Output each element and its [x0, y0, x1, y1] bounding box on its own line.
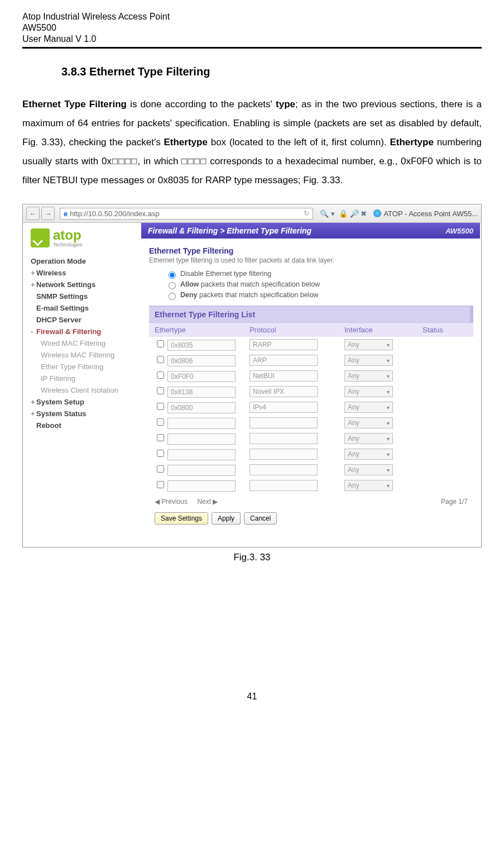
ethertype-input[interactable]	[167, 449, 236, 460]
protocol-input[interactable]	[249, 464, 318, 475]
sidebar-item-wired-mac[interactable]: Wired MAC Filtering	[31, 337, 137, 349]
panel-title: Ethernet Type Filtering	[149, 246, 473, 255]
interface-select[interactable]: Any▾	[344, 339, 393, 350]
browser-toolbar: ← → e http://10.0.50.200/index.asp ↻ 🔍 ▾…	[23, 204, 481, 223]
ethertype-input[interactable]	[167, 480, 236, 492]
row-checkbox[interactable]	[157, 387, 164, 394]
protocol-input[interactable]	[249, 355, 318, 366]
table-row: Any▾	[149, 431, 473, 446]
protocol-input[interactable]	[249, 339, 318, 350]
sidebar-item-firewall[interactable]: -Firewall & Filtering	[31, 326, 137, 337]
collapse-icon: -	[31, 327, 36, 336]
address-bar[interactable]: e http://10.0.50.200/index.asp ↻	[60, 208, 313, 220]
sidebar-item-wireless-mac[interactable]: Wireless MAC Filtering	[31, 349, 137, 361]
browser-tab[interactable]: ATOP - Access Point AW55...	[373, 209, 478, 218]
sidebar-item-email[interactable]: E-mail Settings	[31, 302, 137, 314]
sidebar-item-operation-mode[interactable]: Operation Mode	[31, 255, 137, 267]
interface-select[interactable]: Any▾	[344, 480, 393, 491]
row-checkbox[interactable]	[157, 418, 164, 426]
term-ethernet-type-filtering: Ethernet Type Filtering	[22, 99, 127, 109]
hdr-line2: AW5500	[22, 22, 170, 34]
term-ethertype-1: Ethertype	[164, 137, 207, 147]
table-header-row: Ethertype Protocol Interface Status	[149, 323, 473, 337]
sidebar-item-dhcp[interactable]: DHCP Server	[31, 314, 137, 326]
body-text: box (located to the left of it, first co…	[208, 137, 390, 147]
interface-select[interactable]: Any▾	[344, 402, 393, 413]
row-checkbox[interactable]	[157, 450, 164, 457]
sidebar-item-client-isolation[interactable]: Wireless Client Isolation	[31, 384, 137, 396]
tab-title: ATOP - Access Point AW55...	[383, 209, 478, 218]
interface-select[interactable]: Any▾	[344, 464, 393, 475]
interface-select[interactable]: Any▾	[344, 370, 393, 382]
protocol-input[interactable]	[249, 417, 318, 428]
radio-label-bold: Allow	[180, 280, 199, 288]
sidebar-item-system-status[interactable]: +System Status	[31, 408, 137, 420]
radio-allow-input[interactable]	[169, 282, 176, 289]
protocol-input[interactable]	[249, 402, 318, 413]
ethertype-input[interactable]	[167, 355, 236, 366]
interface-select[interactable]: Any▾	[344, 449, 393, 460]
cancel-button[interactable]: Cancel	[244, 512, 277, 525]
radio-deny[interactable]: Deny packets that match specification be…	[166, 291, 473, 300]
favicon-icon	[373, 209, 381, 217]
interface-select[interactable]: Any▾	[344, 355, 393, 366]
row-checkbox[interactable]	[157, 434, 164, 441]
breadcrumb: Firewall & Filtering > Ethernet Type Fil…	[141, 223, 480, 239]
radio-disable[interactable]: Disable Ethernet type filtering	[166, 270, 473, 279]
sidebar-item-ip-filtering[interactable]: IP Filtering	[31, 373, 137, 384]
ethertype-input[interactable]	[167, 371, 236, 382]
save-settings-button[interactable]: Save Settings	[155, 512, 208, 525]
protocol-input[interactable]	[249, 386, 318, 397]
ethertype-input[interactable]	[167, 418, 236, 429]
row-checkbox[interactable]	[157, 465, 164, 473]
expand-icon: +	[31, 269, 36, 277]
pager-next[interactable]: Next ▶	[197, 498, 218, 506]
protocol-input[interactable]	[249, 480, 318, 491]
radio-deny-input[interactable]	[169, 293, 176, 300]
table-row: Any▾	[149, 446, 473, 462]
row-checkbox[interactable]	[157, 356, 164, 363]
radio-disable-input[interactable]	[169, 271, 176, 279]
sidebar-item-wireless[interactable]: +Wireless	[31, 267, 137, 279]
chevron-down-icon: ▾	[387, 373, 390, 379]
expand-icon: +	[31, 280, 36, 289]
chevron-down-icon: ▾	[387, 451, 390, 458]
interface-select[interactable]: Any▾	[344, 433, 393, 444]
interface-select[interactable]: Any▾	[344, 417, 393, 428]
protocol-input[interactable]	[249, 370, 318, 382]
ethertype-input[interactable]	[167, 387, 236, 398]
chevron-down-icon: ▾	[387, 467, 390, 473]
sidebar: atop Technologies Operation Mode +Wirele…	[23, 223, 141, 547]
forward-button[interactable]: →	[41, 207, 55, 220]
sidebar-item-system-setup[interactable]: +System Setup	[31, 396, 137, 408]
pager-page-info: Page 1/7	[441, 498, 468, 506]
sidebar-item-reboot[interactable]: Reboot	[31, 420, 137, 431]
section-title: 3.8.3 Ethernet Type Filtering	[61, 65, 482, 78]
ethertype-input[interactable]	[167, 402, 236, 413]
radio-label: Disable Ethernet type filtering	[180, 270, 271, 278]
row-checkbox[interactable]	[157, 481, 164, 488]
ethertype-input[interactable]	[167, 340, 236, 351]
row-checkbox[interactable]	[157, 371, 164, 379]
filter-mode-radios: Disable Ethernet type filtering Allow pa…	[166, 270, 473, 300]
pager-previous[interactable]: ◀ Previous	[155, 498, 188, 506]
ethertype-input[interactable]	[167, 465, 236, 476]
chevron-down-icon: ▾	[387, 436, 390, 442]
ethertype-input[interactable]	[167, 433, 236, 445]
radio-allow[interactable]: Allow packets that match specification b…	[166, 280, 473, 289]
apply-button[interactable]: Apply	[212, 512, 241, 525]
protocol-input[interactable]	[249, 433, 318, 444]
logo-subtext: Technologies	[53, 242, 83, 247]
back-button[interactable]: ←	[26, 207, 40, 220]
pager: ◀ Previous Next ▶ Page 1/7	[149, 493, 473, 507]
table-row: Any▾	[149, 399, 473, 415]
row-checkbox[interactable]	[157, 403, 164, 410]
col-status: Status	[423, 326, 468, 334]
interface-select[interactable]: Any▾	[344, 386, 393, 397]
sidebar-item-snmp[interactable]: SNMP Settings	[31, 290, 137, 302]
sidebar-item-ether-type[interactable]: Ether Type Filtering	[31, 361, 137, 373]
sidebar-item-network-settings[interactable]: +Network Settings	[31, 279, 137, 290]
search-icon[interactable]: 🔍 ▾ 🔒 🔎 ✖	[320, 209, 367, 218]
protocol-input[interactable]	[249, 449, 318, 460]
row-checkbox[interactable]	[157, 340, 164, 347]
